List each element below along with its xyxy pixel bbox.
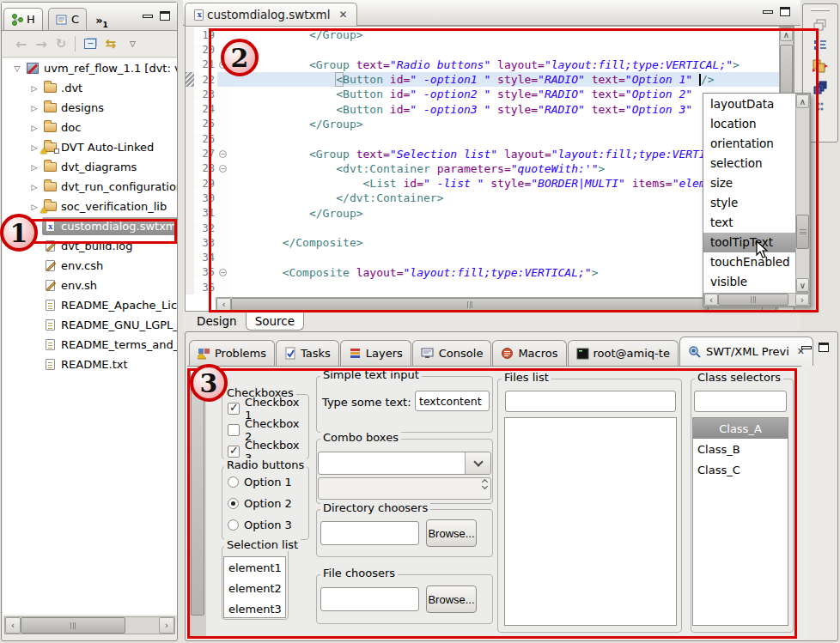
- tree-item-body[interactable]: env.csh: [42, 257, 108, 275]
- code-line[interactable]: 29 <List id=" -list " style="BORDER|MULT…: [186, 176, 779, 191]
- scroll-thumb[interactable]: [718, 294, 788, 306]
- directory-input[interactable]: [320, 521, 419, 545]
- radio-unselected-icon[interactable]: [228, 519, 239, 531]
- tab-design[interactable]: Design: [188, 312, 246, 331]
- tree-item-body[interactable]: DVT Auto-Linked: [42, 138, 159, 156]
- directory-browse-button[interactable]: Browse...: [426, 519, 477, 547]
- code-line[interactable]: 32: [186, 221, 779, 235]
- file-input[interactable]: [320, 587, 419, 611]
- combo-dropdown[interactable]: [318, 452, 491, 475]
- dropdown-arrow-icon[interactable]: [465, 452, 490, 474]
- go-into-icon[interactable]: ↻: [56, 36, 67, 52]
- tree-item[interactable]: env.sh: [3, 276, 177, 295]
- scroll-right-icon[interactable]: ›: [159, 617, 174, 634]
- checkbox-checked-icon[interactable]: [228, 403, 240, 415]
- code-line[interactable]: 20: [186, 42, 779, 57]
- move-handle-icon[interactable]: ✛: [190, 369, 204, 384]
- code-line[interactable]: 26: [186, 131, 779, 146]
- autocomplete-item[interactable]: toolTipText: [703, 233, 795, 252]
- checkbox-unchecked-icon[interactable]: [228, 424, 240, 436]
- tree-item-body[interactable]: xcustomdialog.swtxml: [42, 217, 177, 235]
- preview-vscrollbar[interactable]: [190, 385, 206, 637]
- more-views-icon[interactable]: [816, 102, 825, 116]
- maximize-icon[interactable]: [780, 7, 790, 16]
- code-line[interactable]: 28− <dvt:Container parameters="quoteWith…: [186, 161, 779, 176]
- tree-expander-icon[interactable]: ▷: [27, 124, 42, 132]
- code-line[interactable]: 24 <Button id=" -option3 " style="RADIO"…: [186, 101, 779, 116]
- code-line[interactable]: 33 </Composite>: [186, 235, 779, 250]
- code-line[interactable]: 36: [186, 280, 779, 294]
- tree-item-body[interactable]: README.txt: [42, 355, 133, 373]
- bottom-tab-layers[interactable]: Layers: [340, 340, 411, 366]
- list-item[interactable]: element2: [224, 578, 285, 598]
- bottom-tab-macros[interactable]: Macros: [492, 340, 566, 366]
- autocomplete-item[interactable]: text: [703, 213, 795, 233]
- minimize-icon[interactable]: [143, 15, 153, 18]
- scroll-right-icon[interactable]: ›: [795, 294, 809, 306]
- code-line[interactable]: 19 </Group>: [186, 27, 779, 42]
- tree-item[interactable]: ▷dvt_run_configurations: [3, 177, 177, 197]
- fold-collapse-icon[interactable]: −: [219, 269, 227, 276]
- tree-item-body[interactable]: .dvt: [42, 79, 88, 97]
- autocomplete-item[interactable]: location: [703, 113, 795, 133]
- code-line[interactable]: 25 </Group>: [186, 117, 779, 131]
- tab-hierarchy[interactable]: H: [3, 8, 43, 30]
- list-item[interactable]: element3: [224, 598, 285, 618]
- maximize-icon[interactable]: [819, 343, 829, 352]
- tree-item-body[interactable]: README_Apache_Lice: [42, 296, 177, 314]
- minimize-icon[interactable]: [801, 346, 812, 349]
- tree-item[interactable]: README.txt: [3, 355, 177, 374]
- radio-item[interactable]: Option 2: [223, 493, 307, 514]
- editor-hscrollbar[interactable]: ‹ ›: [216, 297, 778, 312]
- code-line[interactable]: 21− <Group text="Radio buttons" layout="…: [186, 58, 779, 72]
- tree-item-body[interactable]: uvm_ref_flow_1.1 [dvt: v: [25, 59, 177, 77]
- scroll-left-icon[interactable]: ‹: [704, 294, 718, 306]
- code-line[interactable]: 35− <Composite layout="layout:fill;type:…: [186, 265, 779, 280]
- autocomplete-item[interactable]: visible: [703, 272, 795, 292]
- tree-expander-icon[interactable]: ▷: [27, 183, 42, 191]
- tree-item[interactable]: ▷designs: [3, 98, 177, 118]
- tree-item[interactable]: ▷doc: [3, 118, 177, 137]
- combo-spinner[interactable]: [318, 477, 491, 500]
- tree-expander-icon[interactable]: ▽: [9, 64, 25, 73]
- popup-vscrollbar[interactable]: ∧ ∨: [795, 94, 810, 293]
- autocomplete-item[interactable]: orientation: [703, 133, 795, 153]
- restore-view-icon[interactable]: [813, 19, 827, 31]
- editor-tab[interactable]: x customdialog.swtxml ✕: [185, 3, 357, 26]
- list-item[interactable]: Class_C: [693, 459, 788, 480]
- tree-item[interactable]: README_Apache_Lice: [3, 295, 177, 315]
- scroll-down-icon[interactable]: ∨: [796, 278, 809, 292]
- bottom-tab-console[interactable]: Console: [412, 340, 492, 366]
- autocomplete-item[interactable]: touchEnabled: [703, 252, 795, 272]
- scroll-thumb[interactable]: [796, 215, 809, 249]
- tree-item[interactable]: README_GNU_LGPL_: [3, 315, 177, 335]
- tree-item[interactable]: xcustomdialog.swtxml: [3, 216, 177, 236]
- fold-collapse-icon[interactable]: −: [219, 61, 227, 69]
- autocomplete-item[interactable]: selection: [703, 153, 795, 173]
- bottom-tab-root-amiq-te[interactable]: root@amiq-te: [568, 340, 679, 366]
- autocomplete-item[interactable]: size: [703, 173, 795, 192]
- tree-item[interactable]: ▽uvm_ref_flow_1.1 [dvt: v: [3, 58, 177, 78]
- tree-item[interactable]: ▷DVT Auto-Linked: [3, 137, 177, 157]
- outline-view-icon[interactable]: [813, 39, 827, 52]
- maximize-icon[interactable]: [160, 11, 170, 21]
- scroll-up-icon[interactable]: ∧: [796, 94, 809, 108]
- radio-selected-icon[interactable]: [228, 498, 239, 509]
- back-icon[interactable]: ←: [15, 36, 27, 52]
- radio-item[interactable]: Option 1: [223, 471, 307, 493]
- tree-item-body[interactable]: dvt_diagrams: [42, 158, 142, 176]
- tab-source[interactable]: Source: [246, 312, 304, 331]
- tree-item-body[interactable]: designs: [42, 99, 109, 117]
- checkbox-checked-icon[interactable]: [228, 446, 240, 458]
- tree-item-body[interactable]: env.sh: [42, 276, 102, 294]
- file-browse-button[interactable]: Browse...: [426, 585, 477, 613]
- autocomplete-item[interactable]: layoutData: [703, 94, 795, 113]
- checkbox-item[interactable]: Checkbox 1: [223, 397, 307, 419]
- popup-hscrollbar[interactable]: ‹ ›: [703, 293, 810, 306]
- selection-listbox[interactable]: element1element2element3: [223, 556, 286, 618]
- tab-overflow-chevron[interactable]: »1: [95, 14, 108, 27]
- tree-item-body[interactable]: soc_verification_lib: [42, 197, 172, 215]
- radio-item[interactable]: Option 3: [223, 514, 307, 536]
- code-line[interactable]: 22 <Button id=" -option1 " style="RADIO"…: [186, 72, 779, 87]
- bottom-tab-tasks[interactable]: Tasks: [276, 340, 339, 366]
